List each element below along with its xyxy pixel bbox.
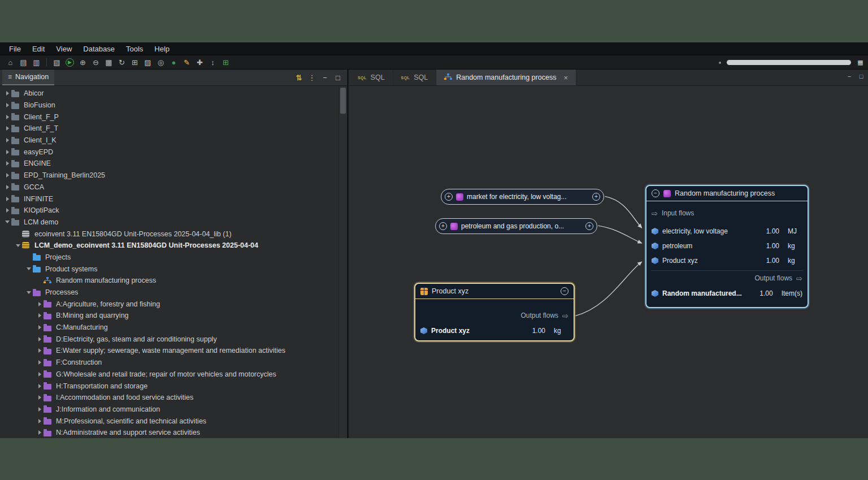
flow-row[interactable]: Random manufactured...1.00Item(s) bbox=[652, 286, 802, 301]
tree-item[interactable]: M:Professional, scientific and technical… bbox=[0, 415, 347, 427]
tree-item[interactable]: H:Transportation and storage bbox=[0, 380, 347, 392]
tree-item[interactable]: Client_F_T bbox=[0, 123, 347, 135]
collapse-icon[interactable]: − bbox=[652, 189, 659, 197]
process-node[interactable]: −Random manufacturing process⇨Input flow… bbox=[645, 185, 809, 308]
model-graph-canvas[interactable]: +market for electricity, low voltag...++… bbox=[349, 86, 868, 438]
table-icon[interactable]: ▦ bbox=[103, 57, 115, 68]
tree-item[interactable]: KIOptiPack bbox=[0, 205, 347, 217]
chevron-right-icon[interactable] bbox=[36, 325, 44, 330]
tree-item[interactable]: N:Administrative and support service act… bbox=[0, 427, 347, 438]
tab-sql[interactable]: SQLSQL bbox=[393, 70, 437, 85]
menu-tools[interactable]: Tools bbox=[120, 44, 149, 54]
tree-item[interactable]: J:Information and communication bbox=[0, 404, 347, 416]
tree-item[interactable]: Client_F_P bbox=[0, 111, 347, 123]
expand-right-icon[interactable]: + bbox=[592, 193, 600, 201]
chevron-right-icon[interactable] bbox=[3, 208, 11, 213]
tree-item[interactable]: E:Water supply; sewerage, waste manageme… bbox=[0, 345, 347, 357]
tree-item[interactable]: C:Manufacturing bbox=[0, 322, 347, 334]
tree-item[interactable]: ENGINE bbox=[0, 158, 347, 170]
navigation-scrollbar-thumb[interactable] bbox=[340, 88, 346, 114]
tree-item[interactable]: Abicor bbox=[0, 88, 347, 100]
chevron-down-icon[interactable] bbox=[25, 291, 33, 294]
edit-icon[interactable]: ✎ bbox=[181, 57, 193, 68]
tree-item[interactable]: B:Mining and quarrying bbox=[0, 310, 347, 322]
chevron-right-icon[interactable] bbox=[36, 348, 44, 353]
maximize-icon[interactable]: □ bbox=[332, 72, 344, 83]
tree-item[interactable]: LCM demo bbox=[0, 217, 347, 228]
provider-node-electricity-provider[interactable]: +market for electricity, low voltag...+ bbox=[441, 189, 604, 205]
zoom-out-icon[interactable]: ⊖ bbox=[90, 57, 102, 68]
tree-item[interactable]: INFINITE bbox=[0, 193, 347, 205]
move-icon[interactable]: ✚ bbox=[194, 57, 206, 68]
flow-row[interactable]: electricity, low voltage1.00MJ bbox=[652, 224, 802, 239]
chevron-right-icon[interactable] bbox=[3, 115, 11, 119]
expand-left-icon[interactable]: + bbox=[439, 222, 447, 230]
expand-icon[interactable]: ↕ bbox=[207, 57, 219, 68]
navigation-scrollbar[interactable] bbox=[338, 87, 347, 438]
chevron-right-icon[interactable] bbox=[36, 384, 44, 388]
tree-item[interactable]: Random manufacturing process bbox=[0, 275, 347, 287]
chevron-right-icon[interactable] bbox=[36, 302, 44, 306]
chevron-right-icon[interactable] bbox=[3, 185, 11, 189]
validate-icon[interactable]: ● bbox=[168, 57, 180, 68]
target-icon[interactable]: ◎ bbox=[155, 57, 167, 68]
tab-close-icon[interactable]: × bbox=[563, 73, 568, 82]
new-document-icon[interactable]: ▧ bbox=[51, 57, 63, 68]
expand-left-icon[interactable]: + bbox=[445, 193, 453, 201]
provider-node-petroleum-provider[interactable]: +petroleum and gas production, o...+ bbox=[435, 218, 597, 234]
collapse-icon[interactable]: − bbox=[561, 287, 568, 295]
chevron-right-icon[interactable] bbox=[3, 91, 11, 96]
chevron-down-icon[interactable] bbox=[25, 267, 33, 270]
zoom-in-icon[interactable]: ⊕ bbox=[77, 57, 89, 68]
chevron-right-icon[interactable] bbox=[36, 419, 44, 423]
chevron-right-icon[interactable] bbox=[36, 395, 44, 400]
chevron-right-icon[interactable] bbox=[3, 138, 11, 142]
tree-item[interactable]: ecoinvent 3.11 EN15804GD Unit-Processes … bbox=[0, 228, 347, 240]
product-node-header[interactable]: Product xyz− bbox=[415, 284, 574, 299]
save-icon[interactable]: ▤ bbox=[18, 57, 29, 68]
chevron-right-icon[interactable] bbox=[3, 161, 11, 166]
save-as-icon[interactable]: ▥ bbox=[31, 57, 42, 68]
tree-item[interactable]: LCM_demo_ecoinvent 3.11 EN15804GD Unit-P… bbox=[0, 240, 347, 252]
maximize-editor-icon[interactable]: □ bbox=[857, 72, 865, 80]
chevron-right-icon[interactable] bbox=[36, 372, 44, 377]
tree-item[interactable]: G:Wholesale and retail trade; repair of … bbox=[0, 369, 347, 380]
chevron-right-icon[interactable] bbox=[36, 430, 44, 435]
refresh-icon[interactable]: ↻ bbox=[116, 57, 128, 68]
tree-item[interactable]: Projects bbox=[0, 252, 347, 263]
perspective-icon[interactable]: ▦ bbox=[857, 59, 864, 66]
minimize-icon[interactable]: − bbox=[319, 72, 331, 83]
menu-database[interactable]: Database bbox=[77, 44, 120, 54]
tree-item[interactable]: easyEPD bbox=[0, 146, 347, 158]
chevron-right-icon[interactable] bbox=[3, 150, 11, 154]
run-icon[interactable]: ▶ bbox=[66, 58, 74, 67]
view-menu-icon[interactable]: ⋮ bbox=[306, 72, 318, 83]
tree-item[interactable]: BioFusion bbox=[0, 100, 347, 111]
sync-icon[interactable]: ⇅ bbox=[293, 72, 305, 83]
flow-row[interactable]: Product xyz1.00kg bbox=[652, 253, 802, 268]
chevron-down-icon[interactable] bbox=[14, 244, 22, 247]
chevron-right-icon[interactable] bbox=[36, 407, 44, 412]
home-icon[interactable]: ⌂ bbox=[5, 57, 16, 68]
tree-item[interactable]: D:Electricity, gas, steam and air condit… bbox=[0, 333, 347, 345]
chevron-down-icon[interactable] bbox=[3, 220, 11, 223]
hierarchy-icon[interactable]: ⊞ bbox=[129, 57, 141, 68]
process-node-header[interactable]: −Random manufacturing process bbox=[646, 186, 808, 201]
tree-item[interactable]: Product systems bbox=[0, 263, 347, 275]
chevron-right-icon[interactable] bbox=[36, 313, 44, 318]
product-node[interactable]: Product xyz−Output flows⇨Product xyz1.00… bbox=[414, 283, 575, 341]
chevron-right-icon[interactable] bbox=[3, 103, 11, 107]
tree-item[interactable]: GCCA bbox=[0, 181, 347, 193]
expand-right-icon[interactable]: + bbox=[585, 222, 593, 230]
tab-sql[interactable]: SQLSQL bbox=[350, 70, 393, 85]
tree-item[interactable]: F:Construction bbox=[0, 357, 347, 369]
tree-item[interactable]: Client_I_K bbox=[0, 135, 347, 146]
flow-row[interactable]: petroleum1.00kg bbox=[652, 239, 802, 253]
tree-item[interactable]: Processes bbox=[0, 287, 347, 299]
tree-item[interactable]: EPD_Training_Berlin2025 bbox=[0, 170, 347, 181]
flow-row[interactable]: Product xyz1.00kg bbox=[420, 323, 568, 339]
tab-random-manufacturing-process[interactable]: Random manufacturing process× bbox=[436, 70, 576, 85]
navigation-view-tab[interactable]: ≡ Navigation bbox=[2, 70, 54, 85]
chevron-right-icon[interactable] bbox=[3, 126, 11, 131]
chevron-right-icon[interactable] bbox=[36, 337, 44, 341]
